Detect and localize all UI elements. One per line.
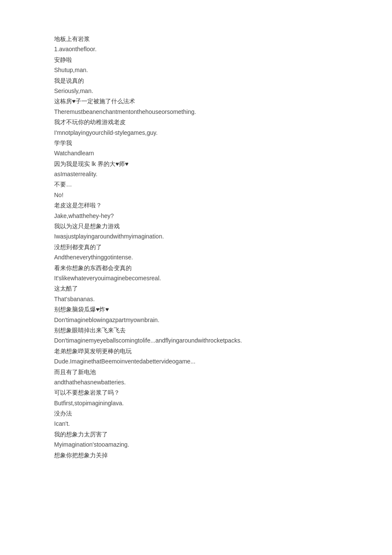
line-26: 别想象脑袋瓜爆♥炸♥ [54, 305, 338, 314]
line-35: Butfirst,stopimagininglava. [54, 398, 338, 408]
line-28: 别想象眼睛掉出来飞来飞去 [54, 325, 338, 335]
line-2: 安静啦 [54, 55, 338, 64]
line-36: 没办法 [54, 409, 338, 418]
line-3: Shutup,man. [54, 65, 338, 75]
line-14: 不要… [54, 180, 338, 189]
line-6: 这栋房♥子一定被施了什么法术 [54, 96, 338, 106]
line-19: Iwasjustplayingaroundwithmyimagination. [54, 232, 338, 241]
line-9: I'mnotplayingyourchild-stylegames,guy. [54, 128, 338, 137]
line-31: Dude.ImaginethatBeemoinventedabettervide… [54, 357, 338, 366]
line-40: 想象你把想象力关掉 [54, 450, 338, 460]
content: 地板上有岩浆1.avaonthefloor.安静啦Shutup,man.我是说真… [54, 34, 338, 460]
line-22: 看来你想象的东西都会变真的 [54, 263, 338, 273]
line-16: 老皮这是怎样啦？ [54, 200, 338, 210]
line-21: Andtheneverythinggotintense. [54, 253, 338, 262]
line-18: 我以为这只是想象力游戏 [54, 221, 338, 231]
line-37: Ican't. [54, 419, 338, 428]
line-0: 地板上有岩浆 [54, 34, 338, 44]
line-34: 可以不要想象岩浆了吗？ [54, 388, 338, 397]
line-11: Watchandlearn [54, 148, 338, 158]
line-38: 我的想象力太厉害了 [54, 430, 338, 439]
line-10: 学学我 [54, 138, 338, 148]
line-17: Jake,whatthehey-hey? [54, 211, 338, 221]
line-7: Theremustbeanenchantmentonthehouseorsome… [54, 107, 338, 116]
line-1: 1.avaonthefloor. [54, 44, 338, 54]
line-27: Don'timagineblowingazpartmyownbrain. [54, 315, 338, 325]
line-29: Don'timaginemyeyeballscomingtolife...and… [54, 336, 338, 345]
line-15: No! [54, 190, 338, 200]
line-39: Myimagination'stooamazing. [54, 440, 338, 449]
line-24: 这太酷了 [54, 284, 338, 293]
line-8: 我才不玩你的幼稚游戏老皮 [54, 117, 338, 127]
line-30: 老弟想象哔莫发明更棒的电玩 [54, 346, 338, 356]
line-32: 而且有了新电池 [54, 367, 338, 377]
line-20: 没想到都变真的了 [54, 242, 338, 252]
line-4: 我是说真的 [54, 76, 338, 85]
line-23: It'slikewhateveryouimaginebecomesreal. [54, 273, 338, 283]
line-5: Seriously,man. [54, 86, 338, 96]
line-12: 因为我是现实 lk 界的大♥师♥ [54, 159, 338, 169]
line-25: That'sbananas. [54, 294, 338, 304]
line-13: asImasterreality. [54, 169, 338, 179]
line-33: andthathehasnewbatteries. [54, 378, 338, 387]
